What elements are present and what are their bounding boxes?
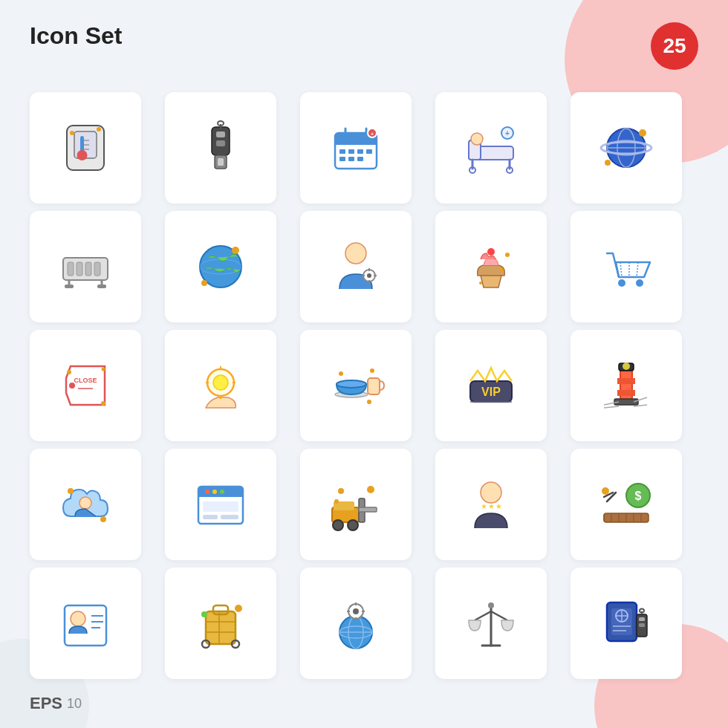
svg-point-81 xyxy=(102,368,105,371)
icon-forklift xyxy=(300,449,412,560)
svg-rect-27 xyxy=(357,157,363,161)
icon-globe-gear xyxy=(300,568,412,679)
icon-globe-ring xyxy=(571,92,682,204)
icon-heater xyxy=(30,211,141,322)
svg-rect-117 xyxy=(203,515,218,519)
svg-point-91 xyxy=(339,371,343,376)
svg-rect-121 xyxy=(359,507,377,512)
svg-point-106 xyxy=(623,363,630,370)
svg-rect-53 xyxy=(65,285,74,288)
svg-line-73 xyxy=(637,262,638,277)
svg-point-143 xyxy=(602,487,609,495)
svg-point-59 xyxy=(345,243,366,264)
svg-point-67 xyxy=(479,282,482,285)
svg-point-80 xyxy=(101,401,105,406)
svg-rect-47 xyxy=(68,262,74,276)
icon-lighthouse xyxy=(571,330,682,441)
icon-idea-hand xyxy=(165,330,276,441)
svg-point-92 xyxy=(370,368,374,373)
icons-grid: + + xyxy=(30,92,698,679)
svg-point-66 xyxy=(487,248,495,256)
svg-rect-118 xyxy=(221,515,238,519)
svg-point-156 xyxy=(235,605,242,612)
svg-point-188 xyxy=(640,609,644,613)
svg-point-7 xyxy=(70,131,74,135)
svg-line-174 xyxy=(475,611,491,620)
main-container: Icon Set 25 xyxy=(0,0,728,728)
icon-passport-usb xyxy=(571,568,682,679)
svg-text:VIP: VIP xyxy=(481,386,501,398)
svg-point-89 xyxy=(337,380,366,388)
svg-point-32 xyxy=(471,133,483,145)
svg-point-125 xyxy=(367,486,374,493)
svg-point-8 xyxy=(97,127,101,131)
svg-point-113 xyxy=(205,490,209,494)
svg-point-163 xyxy=(353,608,359,614)
svg-point-157 xyxy=(201,611,207,617)
svg-point-109 xyxy=(100,516,106,522)
icon-earth xyxy=(165,211,276,322)
svg-rect-24 xyxy=(366,149,372,154)
svg-point-68 xyxy=(500,268,504,272)
svg-rect-11 xyxy=(216,140,225,146)
svg-point-74 xyxy=(618,279,625,287)
icon-shopping-cart xyxy=(571,211,682,322)
svg-point-57 xyxy=(232,247,239,254)
badge-number: 25 xyxy=(651,22,698,70)
icon-dish-cup xyxy=(300,330,412,441)
icon-thermometer xyxy=(30,92,141,204)
icon-hospital-bed: + xyxy=(435,92,547,204)
svg-rect-18 xyxy=(335,139,377,145)
svg-point-45 xyxy=(605,160,611,166)
svg-point-122 xyxy=(333,520,343,530)
svg-rect-49 xyxy=(85,262,91,276)
svg-rect-2 xyxy=(80,136,84,152)
svg-rect-144 xyxy=(65,605,106,646)
svg-text:+: + xyxy=(505,129,510,137)
icon-cupcake xyxy=(435,211,547,322)
svg-text:CLOSE: CLOSE xyxy=(74,377,97,384)
svg-point-128 xyxy=(481,482,501,503)
svg-text:★: ★ xyxy=(488,502,495,510)
svg-rect-13 xyxy=(218,158,224,166)
eps-version: 10 xyxy=(67,696,82,712)
icon-close-tag: CLOSE xyxy=(30,330,141,441)
svg-point-108 xyxy=(68,488,74,494)
svg-rect-26 xyxy=(348,157,354,161)
svg-rect-116 xyxy=(203,501,238,512)
eps-label: EPS xyxy=(30,694,62,713)
svg-rect-54 xyxy=(97,285,106,288)
svg-point-127 xyxy=(334,499,339,504)
svg-rect-185 xyxy=(639,617,645,621)
svg-rect-25 xyxy=(339,157,345,161)
svg-point-69 xyxy=(505,253,510,257)
svg-point-79 xyxy=(67,370,71,374)
icon-rated-person: ★ ★ ★ xyxy=(435,449,547,560)
svg-point-15 xyxy=(218,121,224,126)
svg-rect-23 xyxy=(357,149,363,154)
icon-scales xyxy=(435,568,547,679)
svg-line-175 xyxy=(491,611,507,620)
footer: EPS 10 xyxy=(30,694,698,713)
svg-line-103 xyxy=(604,406,619,408)
svg-point-61 xyxy=(367,273,371,278)
svg-text:★: ★ xyxy=(495,502,502,510)
svg-text:★: ★ xyxy=(481,502,487,510)
icon-webpage xyxy=(165,449,276,560)
icon-usb xyxy=(165,92,276,204)
page-title: Icon Set xyxy=(30,22,122,50)
svg-point-83 xyxy=(213,375,228,390)
svg-point-126 xyxy=(338,488,344,494)
svg-rect-186 xyxy=(639,623,645,627)
svg-point-114 xyxy=(212,490,217,494)
svg-point-145 xyxy=(71,611,85,626)
icon-person-settings xyxy=(300,211,412,322)
icon-luggage xyxy=(165,568,276,679)
svg-rect-22 xyxy=(348,149,354,154)
svg-point-58 xyxy=(201,280,207,286)
svg-point-107 xyxy=(79,497,91,509)
svg-rect-10 xyxy=(216,131,225,137)
icon-money-talk: $ xyxy=(571,449,682,560)
svg-rect-90 xyxy=(368,378,380,394)
svg-point-75 xyxy=(636,279,643,287)
